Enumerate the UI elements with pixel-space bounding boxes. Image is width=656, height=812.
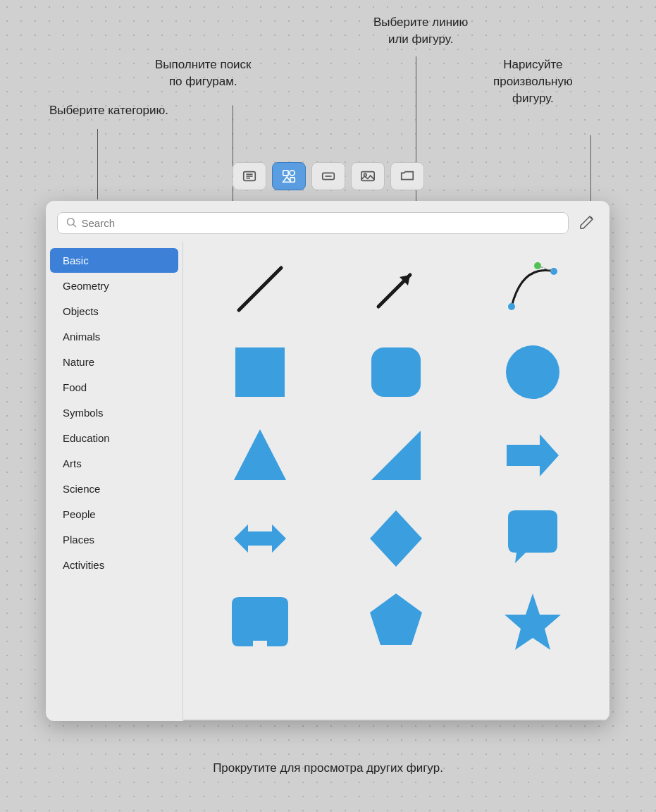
svg-line-15: [239, 268, 281, 310]
shape-triangle[interactable]: [194, 417, 326, 494]
category-list: Basic Geometry Objects Animals Nature Fo…: [46, 242, 183, 721]
shape-speech-bubble[interactable]: [467, 500, 598, 577]
svg-marker-26: [371, 431, 421, 480]
search-input[interactable]: [82, 217, 559, 229]
shape-curve[interactable]: [467, 250, 598, 328]
shape-arrow-line[interactable]: [331, 250, 462, 328]
category-item-nature[interactable]: Nature: [50, 350, 178, 374]
toolbar-shapes-button[interactable]: [272, 162, 306, 190]
toolbar-textbox-button[interactable]: [233, 162, 266, 190]
svg-rect-4: [283, 171, 287, 176]
annotation-draw-custom: Нарисуйтепроизвольнуюфигуру.: [493, 56, 573, 106]
shape-rounded-rect[interactable]: [331, 333, 462, 411]
svg-rect-22: [235, 347, 285, 397]
shape-pentagon[interactable]: [331, 583, 462, 660]
shape-line[interactable]: [194, 250, 326, 328]
toolbar: [0, 162, 656, 190]
svg-line-13: [73, 224, 75, 226]
category-item-geometry[interactable]: Geometry: [50, 273, 178, 298]
svg-point-18: [508, 303, 515, 310]
annotation-search-shapes: Выполните поискпо фигурам.: [155, 56, 252, 90]
shape-diamond[interactable]: [331, 500, 462, 577]
toolbar-media-button[interactable]: [351, 162, 385, 190]
panel-body: Basic Geometry Objects Animals Nature Fo…: [46, 242, 609, 721]
search-input-wrapper[interactable]: [57, 212, 569, 234]
shape-star[interactable]: [467, 583, 598, 660]
category-item-science[interactable]: Science: [50, 476, 178, 501]
shapes-panel: Basic Geometry Objects Animals Nature Fo…: [46, 201, 609, 721]
category-item-food[interactable]: Food: [50, 375, 178, 400]
svg-marker-27: [507, 434, 559, 476]
category-item-arts[interactable]: Arts: [50, 451, 178, 476]
toolbar-folder-button[interactable]: [390, 162, 424, 190]
pen-tool-button[interactable]: [574, 211, 598, 235]
shape-square[interactable]: [194, 333, 326, 411]
svg-marker-29: [370, 510, 422, 567]
category-item-symbols[interactable]: Symbols: [50, 400, 178, 425]
shape-circle[interactable]: [467, 333, 598, 411]
search-icon: [66, 217, 78, 228]
category-item-objects[interactable]: Objects: [50, 299, 178, 324]
annotation-scroll: Прокрутите для просмотра других фигур.: [0, 759, 656, 777]
shape-double-arrow[interactable]: [194, 500, 326, 577]
svg-marker-30: [370, 593, 422, 645]
svg-marker-31: [505, 593, 561, 650]
shape-right-triangle[interactable]: [331, 417, 462, 494]
scroll-indicator: [183, 720, 609, 721]
shapes-grid: [183, 242, 609, 721]
category-item-places[interactable]: Places: [50, 527, 178, 552]
search-bar: [46, 201, 609, 242]
category-item-people[interactable]: People: [50, 502, 178, 527]
svg-marker-25: [234, 429, 286, 480]
svg-point-5: [289, 171, 294, 176]
annotation-select-line: Выберите линиюили фигуру.: [373, 14, 468, 48]
shape-notched-rect[interactable]: [194, 583, 326, 660]
category-item-education[interactable]: Education: [50, 426, 178, 450]
category-item-basic[interactable]: Basic: [50, 248, 178, 273]
category-item-animals[interactable]: Animals: [50, 324, 178, 349]
pen-icon: [578, 214, 595, 231]
svg-marker-28: [234, 524, 286, 553]
svg-point-14: [590, 217, 593, 219]
svg-rect-23: [371, 347, 421, 397]
shape-arrow-right[interactable]: [467, 417, 598, 494]
toolbar-textfield-button[interactable]: [311, 162, 345, 190]
svg-point-24: [506, 345, 559, 399]
category-item-activities[interactable]: Activities: [50, 553, 178, 577]
annotation-select-category: Выберите категорию.: [49, 102, 168, 119]
